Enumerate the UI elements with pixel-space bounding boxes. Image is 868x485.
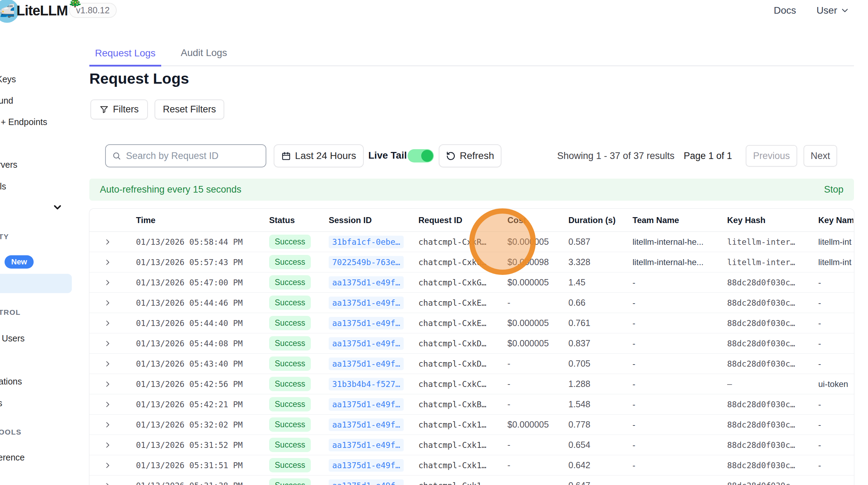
cell-cost: $0.000005 <box>507 420 568 430</box>
reset-filters-label: Reset Filters <box>163 104 216 115</box>
col-status: Status <box>269 215 329 225</box>
cell-duration: 1.288 <box>568 379 633 389</box>
expand-row-icon[interactable] <box>104 482 111 485</box>
cell-session-id: aa1375d1-e49f… <box>329 479 418 485</box>
status-badge: Success <box>269 438 311 452</box>
session-id-link[interactable]: aa1375d1-e49f… <box>329 297 404 309</box>
user-menu[interactable]: User <box>816 5 850 16</box>
cell-duration: 1.45 <box>568 277 633 287</box>
session-id-link[interactable]: aa1375d1-e49f… <box>329 337 404 350</box>
cell-team-name: litellm-internal-he... <box>633 237 727 247</box>
session-id-link[interactable]: aa1375d1-e49f… <box>329 317 404 330</box>
table-row: 01/13/2026 05:44:08 PMSuccessaa1375d1-e4… <box>89 333 854 354</box>
table-row: 01/13/2026 05:58:44 PMSuccess31bfa1cf-0e… <box>89 232 854 252</box>
refresh-button[interactable]: Refresh <box>439 144 501 167</box>
topbar: 🚅 LiteLLM 🎄 v1.80.12 Docs User <box>0 0 868 22</box>
cell-team-name: - <box>633 359 727 369</box>
sidebar-item-teams[interactable]: s <box>0 398 2 408</box>
session-id-link[interactable]: aa1375d1-e49f… <box>329 418 404 431</box>
session-id-link[interactable]: aa1375d1-e49f… <box>329 358 404 370</box>
next-page-button[interactable]: Next <box>804 145 837 167</box>
expand-row-icon[interactable] <box>104 299 111 307</box>
filters-button[interactable]: Filters <box>90 99 148 119</box>
expand-row-icon[interactable] <box>104 360 111 368</box>
cell-time: 01/13/2026 05:42:56 PM <box>136 380 269 389</box>
sidebar-item-guardrails[interactable]: ils <box>0 181 6 192</box>
stop-auto-refresh-link[interactable]: Stop <box>824 184 843 195</box>
session-id-link[interactable]: aa1375d1-e49f… <box>329 479 404 485</box>
cell-time: 01/13/2026 05:57:43 PM <box>136 258 269 267</box>
cell-key-name: - <box>818 298 853 308</box>
live-tail-toggle[interactable] <box>408 149 434 162</box>
tab-audit-logs[interactable]: Audit Logs <box>175 47 233 65</box>
expand-row-icon[interactable] <box>104 340 111 347</box>
cell-status: Success <box>269 458 329 472</box>
status-badge: Success <box>269 417 311 432</box>
table-row: 01/13/2026 05:44:46 PMSuccessaa1375d1-e4… <box>89 293 854 313</box>
logs-tabs: Request Logs Audit Logs <box>89 43 854 66</box>
session-id-link[interactable]: 7022549b-763e… <box>329 256 404 269</box>
table-row: 01/13/2026 05:47:00 PMSuccessaa1375d1-e4… <box>89 272 854 293</box>
new-badge: New <box>5 255 34 269</box>
sidebar-item-users[interactable]: Users <box>2 333 25 344</box>
cell-team-name: - <box>633 298 727 308</box>
session-id-link[interactable]: aa1375d1-e49f… <box>329 459 404 472</box>
status-badge: Success <box>269 458 311 472</box>
cell-request-id: chatcmpl-CxkB… <box>418 400 507 409</box>
cell-key-hash: 88dc28d0f030c… <box>727 298 818 307</box>
expand-row-icon[interactable] <box>104 279 111 286</box>
cell-session-id: aa1375d1-e49f… <box>329 398 418 411</box>
cell-request-id: chatcmpl-CxkQ… <box>418 258 507 267</box>
expand-row-icon[interactable] <box>104 258 111 266</box>
docs-link[interactable]: Docs <box>774 5 796 16</box>
expand-row-icon[interactable] <box>104 401 111 408</box>
expand-row-icon[interactable] <box>104 238 111 246</box>
cell-key-hash: – <box>727 380 818 389</box>
cell-cost: - <box>507 399 568 409</box>
sidebar-item-api-reference[interactable]: erence <box>0 452 25 463</box>
cell-status: Success <box>269 255 329 269</box>
cell-request-id: chatcmpl-Cxk1… <box>418 461 507 470</box>
sidebar-item-organizations[interactable]: ations <box>0 376 22 387</box>
sidebar-section-observability: TY <box>0 233 9 241</box>
session-id-link[interactable]: 31bfa1cf-0ebe… <box>329 236 404 248</box>
search-icon <box>112 151 121 161</box>
expand-row-icon[interactable] <box>104 319 111 327</box>
cell-status: Success <box>269 316 329 330</box>
sidebar-item-servers[interactable]: rvers <box>0 160 18 170</box>
time-range-button[interactable]: Last 24 Hours <box>274 144 364 167</box>
christmas-tree-icon: 🎄 <box>68 0 82 8</box>
session-id-link[interactable]: aa1375d1-e49f… <box>329 398 404 411</box>
sidebar-collapse-chevron-icon[interactable] <box>52 202 63 213</box>
time-range-label: Last 24 Hours <box>295 150 356 161</box>
session-id-link[interactable]: aa1375d1-e49f… <box>329 439 404 451</box>
next-label: Next <box>811 151 830 161</box>
expand-row-icon[interactable] <box>104 462 111 469</box>
sidebar-item-keys[interactable]: Keys <box>0 74 16 84</box>
cell-key-hash: 88dc28d0f030c… <box>727 339 818 348</box>
previous-label: Previous <box>753 151 790 161</box>
search-box <box>105 144 266 167</box>
cell-duration: 0.642 <box>568 460 633 470</box>
cell-session-id: aa1375d1-e49f… <box>329 276 418 289</box>
reset-filters-button[interactable]: Reset Filters <box>155 99 224 119</box>
refresh-label: Refresh <box>460 150 494 161</box>
sidebar-item-playground[interactable]: und <box>0 96 13 106</box>
table-row: 01/13/2026 05:31:38 PMSuccessaa1375d1-e4… <box>89 476 854 485</box>
cell-cost: - <box>507 480 568 485</box>
cell-request-id: chatcmpl-Cxk1… <box>418 441 507 450</box>
sidebar-item-logs-selected[interactable] <box>0 274 72 293</box>
sidebar-item-endpoints[interactable]: + Endpoints <box>1 117 47 127</box>
expand-row-icon[interactable] <box>104 441 111 449</box>
cell-key-hash: 88dc28d0f030c… <box>727 461 818 470</box>
session-id-link[interactable]: aa1375d1-e49f… <box>329 276 404 289</box>
tab-request-logs[interactable]: Request Logs <box>89 48 161 67</box>
expand-row-icon[interactable] <box>104 421 111 429</box>
cell-team-name: - <box>633 400 727 409</box>
previous-page-button[interactable]: Previous <box>746 145 797 167</box>
session-id-link[interactable]: 31b3b4b4-f527… <box>329 378 404 390</box>
cell-session-id: aa1375d1-e49f… <box>329 418 418 431</box>
cell-cost: - <box>507 440 568 450</box>
search-input[interactable] <box>126 151 259 161</box>
expand-row-icon[interactable] <box>104 380 111 388</box>
